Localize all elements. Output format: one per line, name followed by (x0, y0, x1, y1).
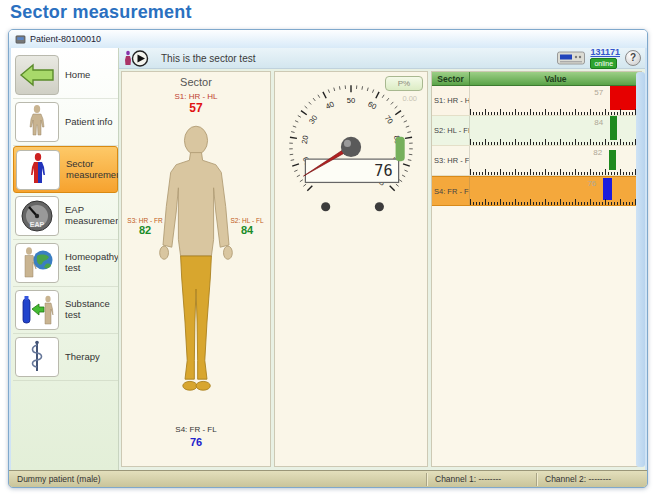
sidebar-item-therapy[interactable]: Therapy (13, 334, 118, 381)
sidebar: Home Patient info (11, 48, 119, 470)
body-figure-wrap: S3: HR - FR 82 S2: HL - FL 84 (122, 117, 270, 417)
row-scale-ruler (470, 199, 641, 205)
sector-s2-block: S2: HL - FL 84 (224, 217, 270, 236)
svg-text:40: 40 (324, 100, 336, 112)
row-value-number: 57 (594, 88, 603, 97)
sector-s3-value: 82 (122, 224, 168, 236)
sector-s4-label: S4: FR - FL (122, 425, 270, 434)
sidebar-item-label: Substance test (65, 299, 116, 321)
eap-gauge-icon: EAP (15, 196, 59, 236)
svg-text:EAP: EAP (30, 221, 45, 228)
row-value-number: 84 (594, 118, 603, 127)
row-scale-ruler (470, 169, 641, 175)
sector-s2-label: S2: HL - FL (224, 217, 270, 224)
row-sector-label: S2: HL - FL (432, 116, 470, 145)
svg-text:50: 50 (347, 96, 355, 105)
app-icon (15, 34, 26, 45)
page-title: Sector measurement (10, 2, 192, 23)
help-button[interactable]: ? (625, 50, 641, 66)
substance-vial-icon (15, 290, 59, 330)
table-row-selected[interactable]: S4: FR - FL 76 (432, 176, 641, 206)
homeopathy-globe-icon (15, 243, 59, 283)
gauge-screw-left (321, 202, 330, 211)
row-scale-ruler (470, 109, 641, 115)
main-area: This is the sector test 131171 online ? (119, 48, 645, 470)
sidebar-item-home[interactable]: Home (13, 52, 118, 99)
column-header-sector[interactable]: Sector (432, 72, 470, 85)
row-value-cell: 57 (470, 86, 641, 115)
body-figure[interactable] (141, 117, 251, 417)
row-value-cell: 82 (470, 146, 641, 175)
sector-s3-label: S3: HR - FR (122, 217, 168, 224)
home-arrow-icon (15, 55, 59, 95)
row-value-number: 76 (587, 179, 596, 188)
sector-panel-title: Sector (122, 76, 270, 88)
patient-body-icon (15, 102, 59, 142)
sidebar-item-sector-measurement[interactable]: Sector measurement (13, 146, 118, 193)
sidebar-item-label: EAP measurement (65, 205, 119, 227)
row-sector-label: S3: HR - FR (432, 146, 470, 175)
row-value-bar (609, 150, 616, 170)
statusbar-channel1: Channel 1: -------- (427, 473, 537, 486)
sidebar-item-label: Therapy (65, 352, 100, 363)
sector-s4-block: S4: FR - FL 76 (122, 425, 270, 448)
sidebar-item-label: Homeopathy test (65, 252, 119, 274)
sidebar-item-eap-measurement[interactable]: EAP EAP measurement (13, 193, 118, 240)
row-scale-ruler (470, 139, 641, 145)
app-window: Patient-80100010 Home Pat (8, 29, 648, 488)
table-header: Sector Value (432, 72, 641, 86)
sector-s2-value: 84 (224, 224, 270, 236)
sector-body-icon (16, 150, 60, 190)
sidebar-item-patient-info[interactable]: Patient info (13, 99, 118, 146)
gauge-green-marker (396, 137, 405, 161)
row-value-cell: 84 (470, 116, 641, 145)
svg-text:60: 60 (366, 100, 378, 112)
unit-button[interactable]: P% (385, 76, 423, 91)
topbar: This is the sector test 131171 online ? (119, 48, 645, 69)
row-sector-label: S4: FR - FL (432, 177, 470, 205)
row-value-number: 82 (593, 148, 602, 157)
sector-s1-value: 57 (122, 101, 270, 115)
svg-text:70: 70 (383, 114, 395, 126)
statusbar-channel2: Channel 2: -------- (537, 473, 647, 486)
device-status-badge: online (590, 58, 617, 69)
sidebar-item-homeopathy-test[interactable]: Homeopathy test (13, 240, 118, 287)
gauge-hub (341, 137, 361, 157)
speak-play-icon[interactable] (123, 50, 153, 67)
sector-s1-label: S1: HR - HL (122, 92, 270, 101)
column-header-value[interactable]: Value (470, 72, 641, 85)
sector-s3-block: S3: HR - FR 82 (122, 217, 168, 236)
scrollbar[interactable] (636, 72, 645, 467)
results-table: Sector Value S1: HR - HL 57 S2: HL - FL (431, 71, 642, 467)
sector-panel: Sector S1: HR - HL 57 (121, 71, 271, 467)
sidebar-item-label: Home (65, 70, 90, 81)
therapy-staff-icon (15, 337, 59, 377)
table-empty-area (432, 206, 641, 466)
statusbar: Dummy patient (male) Channel 1: --------… (9, 470, 647, 487)
gauge-screw-right (375, 202, 384, 211)
svg-text:30: 30 (307, 114, 319, 126)
window-titlebar[interactable]: Patient-80100010 (9, 30, 647, 48)
row-sector-label: S1: HR - HL (432, 86, 470, 115)
gauge-lcd-value: 76 (374, 162, 392, 180)
table-row[interactable]: S1: HR - HL 57 (432, 86, 641, 116)
device-icon (557, 51, 585, 66)
row-value-bar (603, 178, 612, 200)
row-value-bar (610, 116, 617, 140)
gauge-panel: P% 0.00 102030405060708090100 76 (274, 71, 428, 467)
panel-container: Sector S1: HR - HL 57 (119, 69, 645, 470)
table-row[interactable]: S3: HR - FR 82 (432, 146, 641, 176)
device-serial[interactable]: 131171 (590, 48, 620, 57)
table-row[interactable]: S2: HL - FL 84 (432, 116, 641, 146)
gauge-secondary-value: 0.00 (402, 94, 417, 103)
window-title: Patient-80100010 (30, 34, 101, 44)
statusbar-patient: Dummy patient (male) (9, 473, 427, 486)
instruction-text: This is the sector test (161, 53, 255, 64)
svg-text:20: 20 (300, 135, 310, 145)
sidebar-item-label: Sector measurement (66, 159, 119, 181)
gauge-hub-highlight (344, 140, 351, 147)
sector-s4-value: 76 (122, 436, 270, 448)
sidebar-item-label: Patient info (65, 117, 113, 128)
sidebar-item-substance-test[interactable]: Substance test (13, 287, 118, 334)
row-value-cell: 76 (470, 177, 641, 205)
